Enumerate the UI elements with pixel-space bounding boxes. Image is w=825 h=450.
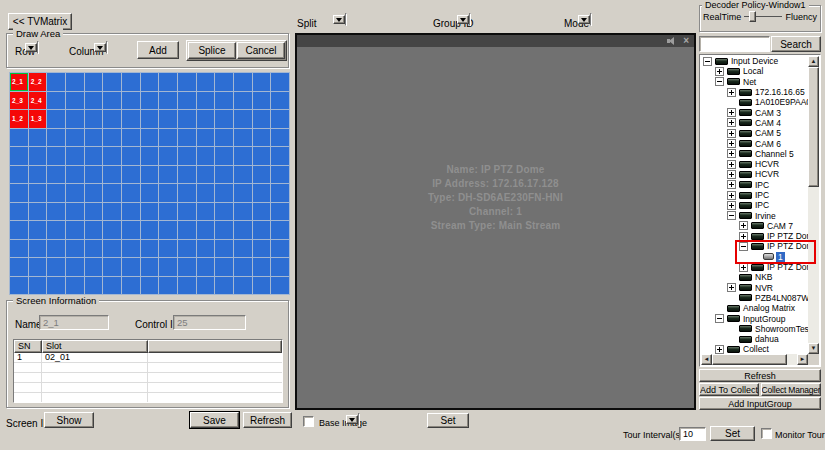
grid-cell[interactable] xyxy=(141,258,159,276)
tree-item[interactable]: IP PTZ Dome xyxy=(701,231,809,241)
table-row[interactable]: 102_01 xyxy=(14,353,282,363)
grid-cell[interactable] xyxy=(271,277,289,295)
tree-vscrollbar[interactable]: ▲ ▼ xyxy=(808,56,819,354)
grid-cell[interactable] xyxy=(47,184,65,202)
grid-cell[interactable] xyxy=(122,147,140,165)
show-button[interactable]: Show xyxy=(44,412,94,428)
grid-cell[interactable] xyxy=(253,92,271,110)
grid-cell-spliced[interactable]: 2_2 xyxy=(29,73,47,91)
grid-cell[interactable] xyxy=(178,240,196,258)
grid-cell-spliced[interactable]: 2_3 xyxy=(10,92,28,110)
save-button[interactable]: Save xyxy=(190,412,239,428)
tree-item[interactable]: CAM 3 xyxy=(701,107,809,117)
tree-item[interactable]: 1 xyxy=(701,252,809,262)
monitor-tour-checkbox[interactable] xyxy=(761,428,772,439)
grid-cell[interactable] xyxy=(178,184,196,202)
grid-cell[interactable] xyxy=(271,203,289,221)
refresh-button[interactable]: Refresh xyxy=(243,412,292,428)
grid-cell[interactable] xyxy=(66,110,84,128)
grid-cell[interactable] xyxy=(253,203,271,221)
grid-cell[interactable] xyxy=(47,73,65,91)
grid-cell[interactable] xyxy=(66,73,84,91)
grid-cell[interactable] xyxy=(159,129,177,147)
grid-cell[interactable] xyxy=(197,147,215,165)
grid-cell[interactable] xyxy=(47,147,65,165)
slider-thumb[interactable] xyxy=(749,11,756,22)
grid-cell[interactable] xyxy=(141,240,159,258)
cancel-button[interactable]: Cancel xyxy=(237,42,285,59)
grid-cell[interactable] xyxy=(271,110,289,128)
grid-cell[interactable] xyxy=(122,92,140,110)
tree-item[interactable]: ShowroomTest xyxy=(701,324,809,334)
expand-plus-icon[interactable] xyxy=(727,149,736,158)
grid-cell[interactable] xyxy=(215,73,233,91)
grid-cell[interactable] xyxy=(234,110,252,128)
grid-cell[interactable] xyxy=(271,147,289,165)
grid-cell[interactable] xyxy=(197,129,215,147)
group-id-dropdown[interactable]: 1 xyxy=(469,13,471,26)
tree-item[interactable]: NKB xyxy=(701,272,809,282)
grid-cell[interactable] xyxy=(66,203,84,221)
grid-cell[interactable] xyxy=(271,92,289,110)
grid-cell[interactable] xyxy=(103,240,121,258)
collapse-minus-icon[interactable] xyxy=(715,314,724,323)
grid-cell[interactable] xyxy=(253,110,271,128)
grid-cell[interactable] xyxy=(103,110,121,128)
table-row[interactable] xyxy=(14,383,282,393)
collapse-minus-icon[interactable] xyxy=(715,77,724,86)
grid-cell[interactable] xyxy=(47,240,65,258)
grid-cell[interactable] xyxy=(234,221,252,239)
grid-cell[interactable] xyxy=(215,277,233,295)
expand-plus-icon[interactable] xyxy=(727,170,736,179)
base-image-dropdown[interactable]: 145763.768806.jpg xyxy=(358,413,360,426)
search-input[interactable] xyxy=(699,36,770,52)
tree-item[interactable]: IPC xyxy=(701,200,809,210)
column-spinner-arrow-icon[interactable] xyxy=(94,43,106,52)
tree-item[interactable]: IP PTZ Dome xyxy=(701,241,809,251)
grid-cell[interactable] xyxy=(66,147,84,165)
grid-cell[interactable] xyxy=(159,221,177,239)
expand-plus-icon[interactable] xyxy=(727,160,736,169)
expand-plus-icon[interactable] xyxy=(715,67,724,76)
grid-cell[interactable] xyxy=(10,166,28,184)
grid-cell[interactable] xyxy=(85,277,103,295)
grid-cell[interactable] xyxy=(159,240,177,258)
splice-button[interactable]: Splice xyxy=(188,42,236,59)
grid-cell[interactable] xyxy=(122,277,140,295)
grid-cell[interactable] xyxy=(141,166,159,184)
grid-cell[interactable] xyxy=(141,73,159,91)
grid-cell[interactable] xyxy=(215,129,233,147)
grid-cell[interactable] xyxy=(178,147,196,165)
grid-cell[interactable] xyxy=(197,166,215,184)
grid-cell[interactable] xyxy=(85,221,103,239)
tree-item[interactable]: PZB4LN087W0005I xyxy=(701,293,809,303)
grid-cell[interactable] xyxy=(122,258,140,276)
grid-cell[interactable] xyxy=(215,147,233,165)
grid-cell[interactable] xyxy=(234,277,252,295)
grid-cell[interactable] xyxy=(271,73,289,91)
grid-cell-spliced[interactable]: 2_1 xyxy=(10,73,28,91)
grid-cell[interactable] xyxy=(271,129,289,147)
grid-cell[interactable] xyxy=(141,92,159,110)
grid-cell[interactable] xyxy=(141,203,159,221)
grid-cell[interactable] xyxy=(178,258,196,276)
grid-cell[interactable] xyxy=(85,240,103,258)
tree-item[interactable]: Collect xyxy=(701,344,809,354)
grid-cell[interactable] xyxy=(10,203,28,221)
grid-cell[interactable] xyxy=(234,92,252,110)
row-spinner-arrow-icon[interactable] xyxy=(25,43,37,52)
grid-cell[interactable] xyxy=(29,221,47,239)
add-to-collect-button[interactable]: Add To Collect xyxy=(699,383,759,396)
grid-cell[interactable] xyxy=(215,110,233,128)
grid-cell[interactable] xyxy=(234,240,252,258)
tree-hscrollbar[interactable]: ◄ ► xyxy=(701,354,808,365)
expand-plus-icon[interactable] xyxy=(727,118,736,127)
grid-cell[interactable] xyxy=(197,277,215,295)
grid-cell-spliced[interactable]: 1_3 xyxy=(29,110,47,128)
expand-plus-icon[interactable] xyxy=(727,180,736,189)
grid-cell[interactable] xyxy=(234,258,252,276)
hscroll-thumb[interactable] xyxy=(712,354,787,365)
expand-plus-icon[interactable] xyxy=(727,191,736,200)
grid-cell[interactable] xyxy=(197,258,215,276)
grid-cell[interactable] xyxy=(66,258,84,276)
